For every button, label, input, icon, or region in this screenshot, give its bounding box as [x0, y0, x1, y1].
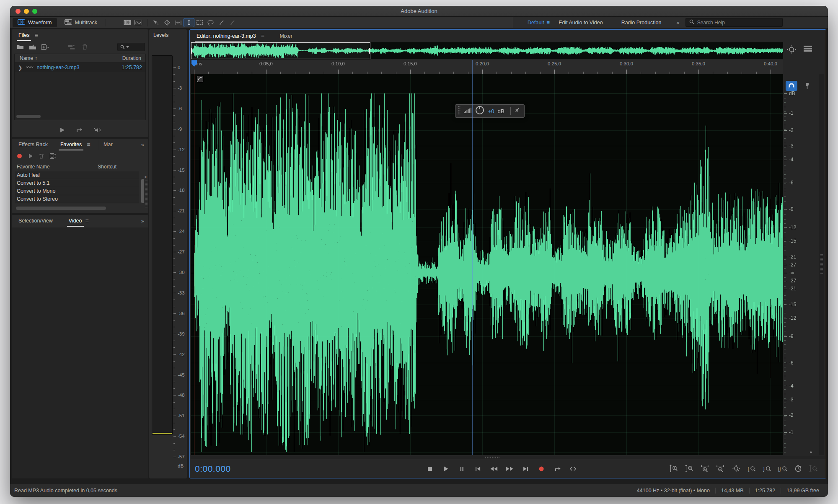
favorites-panel-menu-icon[interactable]: ≡ [86, 141, 91, 148]
volume-knob-icon[interactable] [475, 106, 484, 116]
pause-button[interactable] [455, 464, 468, 474]
time-selection-tool-button[interactable] [184, 18, 194, 27]
favorite-item[interactable]: Convert to Mono [15, 187, 139, 195]
move-cti-to-previous-button[interactable] [471, 464, 484, 474]
marquee-selection-tool-button[interactable] [194, 18, 205, 27]
overview-right-handle[interactable] [369, 48, 370, 54]
navigate-zoom-icon[interactable] [786, 45, 797, 57]
skip-selection-button[interactable] [567, 464, 579, 474]
move-cti-to-next-button[interactable] [519, 464, 532, 474]
waveform-view-button[interactable]: Waveform [13, 18, 57, 27]
paintbrush-selection-tool-button[interactable] [216, 18, 227, 27]
levels-scale-label: -21 [178, 208, 185, 213]
favorite-item[interactable]: Auto Heal [15, 171, 139, 179]
zoom-in-left-edge-button[interactable]: { [745, 464, 758, 474]
edit-favorites-button[interactable] [50, 153, 56, 160]
zoom-out-horizontal-button[interactable] [714, 464, 727, 474]
favorite-item[interactable]: Convert to 5.1 [15, 179, 139, 187]
search-help-input[interactable]: Search Help [685, 18, 783, 27]
tab-selection-view[interactable]: Selection/View [16, 216, 55, 226]
workspace-radio-production[interactable]: Radio Production [621, 20, 662, 26]
waveform-overview[interactable] [191, 42, 783, 59]
import-file-button[interactable] [28, 43, 38, 51]
timed-record-button[interactable] [792, 464, 804, 474]
favorite-item[interactable]: Convert to Stereo [15, 195, 139, 203]
tab-mixer[interactable]: Mixer [277, 31, 295, 41]
hud-pin-icon[interactable] [514, 107, 520, 115]
video-tabs-overflow-icon[interactable]: » [141, 218, 144, 224]
expand-row-icon[interactable]: ❯ [15, 65, 26, 71]
stop-button[interactable] [424, 464, 436, 474]
files-col-duration[interactable]: Duration [122, 55, 145, 61]
slip-tool-button[interactable] [173, 18, 184, 27]
snapping-magnet-icon[interactable] [786, 81, 797, 91]
waveform-display[interactable]: +0 dB [191, 74, 783, 455]
spot-healing-brush-tool-button[interactable] [227, 18, 238, 27]
fast-forward-button[interactable] [503, 464, 516, 474]
workspace-default[interactable]: Default [528, 20, 544, 26]
loop-preview-button[interactable] [76, 127, 83, 134]
show-spectral-display-button[interactable] [133, 18, 144, 27]
files-col-name[interactable]: Name [15, 55, 33, 61]
scale-scroll-up-icon[interactable]: ▲ [809, 450, 813, 454]
rewind-button[interactable] [487, 464, 500, 474]
zoom-out-vertical-button[interactable] [683, 464, 696, 474]
workspace-menu-icon[interactable]: ≡ [547, 19, 550, 26]
files-hscrollbar[interactable] [16, 115, 41, 118]
tab-files[interactable]: Files [16, 30, 32, 40]
overview-view-box[interactable] [191, 42, 370, 59]
favorites-col-name[interactable]: Favorite Name [17, 164, 50, 170]
file-row[interactable]: ❯ nothing-ear-3.mp3 1:25.782 [15, 63, 145, 72]
lasso-selection-tool-button[interactable] [205, 18, 216, 27]
timeline-ruler[interactable]: hms 0:05,00:10,00:15,00:20,00:25,00:30,0… [191, 60, 783, 74]
auto-play-button[interactable] [93, 127, 101, 134]
video-panel-menu-icon[interactable]: ≡ [85, 217, 89, 224]
favorites-hscrollbar[interactable] [16, 207, 106, 210]
panel-resize-grip[interactable] [145, 181, 147, 208]
workspace-overflow-icon[interactable]: » [677, 19, 680, 26]
new-content-button[interactable] [40, 43, 50, 51]
fade-in-handle[interactable] [197, 76, 203, 82]
files-panel-menu-icon[interactable]: ≡ [34, 32, 38, 39]
show-waveform-display-button[interactable] [122, 18, 133, 27]
tab-effects-rack[interactable]: Effects Rack [16, 140, 50, 150]
amplitude-zoom-scrollbar[interactable] [819, 74, 824, 455]
loop-playback-button[interactable] [551, 464, 564, 474]
razor-tool-button[interactable] [162, 18, 173, 27]
favorites-vscrollbar[interactable] [141, 179, 144, 203]
delete-favorite-button[interactable] [39, 153, 44, 160]
files-search-input[interactable] [117, 43, 145, 51]
delete-file-button[interactable] [80, 43, 90, 51]
preview-play-button[interactable] [59, 127, 65, 134]
favorites-col-shortcut[interactable]: Shortcut [98, 164, 148, 170]
play-button[interactable] [440, 464, 452, 474]
open-file-button[interactable] [15, 43, 25, 51]
zoom-in-horizontal-button[interactable] [699, 464, 711, 474]
favorites-tabs-overflow-icon[interactable]: » [141, 142, 144, 148]
record-button[interactable] [535, 464, 548, 474]
hud-gain-value[interactable]: +0 [488, 108, 494, 114]
tab-video[interactable]: Video [66, 216, 85, 226]
current-time-display[interactable]: 0:00.000 [195, 464, 231, 474]
tab-favorites[interactable]: Favorites [58, 140, 84, 150]
volume-hud[interactable]: +0 dB [455, 104, 525, 118]
display-options-icon[interactable] [803, 45, 812, 57]
move-tool-button[interactable] [151, 18, 162, 27]
multitrack-view-button[interactable]: Multitrack [59, 18, 102, 27]
hud-grip-icon[interactable] [458, 106, 460, 116]
editor-panel-menu-icon[interactable]: ≡ [260, 33, 265, 39]
tab-editor[interactable]: Editor: nothing-ear-3.mp3 [194, 31, 259, 41]
insert-into-multitrack-button[interactable] [67, 43, 77, 51]
overview-left-handle[interactable] [191, 48, 192, 54]
db-scale-label: -∞ [789, 270, 794, 276]
play-favorite-button[interactable] [28, 153, 33, 160]
marker-pin-icon[interactable] [802, 81, 812, 91]
tab-markers[interactable]: Mar [99, 140, 115, 150]
zoom-reset-button[interactable] [730, 464, 742, 474]
record-favorite-button[interactable] [17, 153, 22, 160]
zoom-in-vertical-button[interactable] [668, 464, 680, 474]
workspace-edit-audio-to-video[interactable]: Edit Audio to Video [559, 20, 603, 26]
editor-panel: Editor: nothing-ear-3.mp3 ≡ Mixer hms 0:… [189, 29, 826, 478]
zoom-in-right-edge-button[interactable]: } [761, 464, 773, 474]
zoom-to-selection-button[interactable]: {} [776, 464, 789, 474]
